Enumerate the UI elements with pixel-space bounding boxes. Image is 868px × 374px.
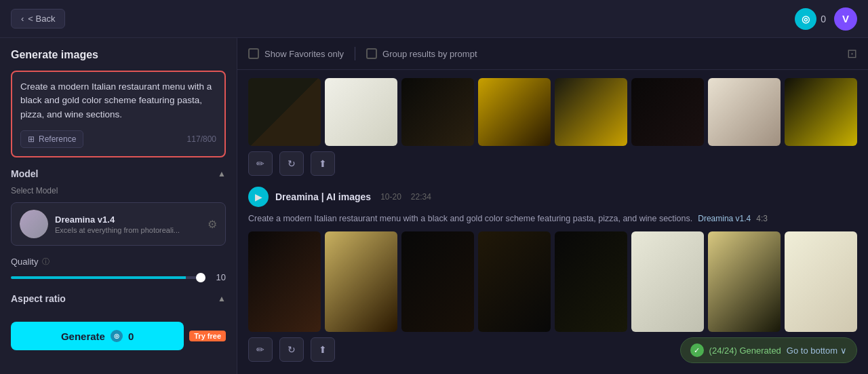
- action-row-1: ✏ ↻ ⬆: [248, 151, 857, 176]
- collapse-icon[interactable]: ▲: [218, 169, 226, 179]
- session-prompt-row: Create a modern Italian restaurant menu …: [248, 214, 857, 226]
- quality-value: 10: [212, 272, 226, 282]
- top-image-2[interactable]: [325, 78, 397, 146]
- aspect-label: Aspect ratio: [11, 293, 66, 304]
- refresh-icon-2: ↻: [288, 344, 296, 355]
- prompt-textarea[interactable]: Create a modern Italian restaurant menu …: [20, 80, 216, 121]
- model-name: Dreamina v1.4: [55, 214, 201, 225]
- char-count: 117/800: [187, 134, 216, 144]
- edit-button-1[interactable]: ✏: [248, 151, 273, 176]
- prompt-footer: ⊞ Reference 117/800: [20, 130, 216, 148]
- bottom-image-1[interactable]: [248, 231, 321, 332]
- model-info: Dreamina v1.4 Excels at everything from …: [55, 214, 201, 234]
- session-time: 22:34: [411, 192, 431, 202]
- back-button[interactable]: ‹ < Back: [11, 9, 65, 29]
- avatar[interactable]: V: [834, 7, 857, 31]
- session-date: 10-20: [380, 192, 401, 202]
- model-avatar: [20, 210, 48, 238]
- group-checkbox-row: Group results by prompt: [366, 48, 477, 59]
- info-icon: ⓘ: [42, 257, 50, 267]
- save-icon[interactable]: ⊡: [847, 46, 857, 61]
- top-image-6[interactable]: [631, 78, 704, 146]
- session-avatar: ▶: [248, 187, 269, 207]
- bottom-image-3[interactable]: [401, 231, 474, 332]
- model-avatar-img: [20, 210, 48, 238]
- top-image-8[interactable]: [785, 78, 857, 146]
- back-icon: ‹: [21, 14, 24, 24]
- model-desc: Excels at everything from photoreali...: [55, 226, 201, 234]
- content-area: Show Favorites only Group results by pro…: [237, 38, 868, 374]
- top-image-1[interactable]: [248, 78, 321, 146]
- session-name: Dreamina | AI images: [275, 191, 371, 202]
- reference-button[interactable]: ⊞ Reference: [20, 130, 83, 148]
- upload-icon-2: ⬆: [319, 344, 327, 355]
- bottom-image-5[interactable]: [555, 231, 627, 332]
- coin-area: ◎ 0: [795, 8, 826, 30]
- sidebar-title: Generate images: [11, 49, 226, 61]
- bottom-image-row: [248, 231, 857, 332]
- top-image-5[interactable]: [555, 78, 627, 146]
- status-count: (24/24) Generated: [709, 345, 781, 356]
- quality-label: Quality: [11, 257, 38, 267]
- quality-row: Quality ⓘ: [11, 257, 226, 267]
- prompt-box: Create a modern Italian restaurant menu …: [11, 71, 226, 157]
- go-to-bottom-button[interactable]: Go to bottom ∨: [787, 345, 847, 356]
- header-right: ◎ 0 V: [795, 7, 857, 31]
- bottom-image-2[interactable]: [325, 231, 397, 332]
- upload-button-2[interactable]: ⬆: [311, 337, 335, 362]
- status-bar: ✓ (24/24) Generated Go to bottom ∨: [680, 337, 857, 363]
- bottom-image-4[interactable]: [478, 231, 551, 332]
- group-label: Group results by prompt: [382, 49, 477, 59]
- refresh-button-1[interactable]: ↻: [279, 151, 304, 176]
- image-section: ✏ ↻ ⬆ ▶ Dreamina | AI images 10-20 22:34…: [237, 70, 868, 374]
- edit-icon-2: ✏: [256, 344, 264, 355]
- model-card[interactable]: Dreamina v1.4 Excels at everything from …: [11, 202, 226, 246]
- sidebar: Generate images Create a modern Italian …: [0, 38, 237, 374]
- chevron-down-icon: ∨: [840, 345, 847, 356]
- bottom-image-6[interactable]: [631, 231, 704, 332]
- top-image-7[interactable]: [708, 78, 781, 146]
- back-label: < Back: [28, 14, 55, 24]
- top-image-3[interactable]: [401, 78, 474, 146]
- generate-coin-count: 0: [128, 331, 134, 342]
- session-prompt: Create a modern Italian restaurant menu …: [248, 214, 692, 223]
- edit-icon: ✏: [256, 158, 264, 169]
- session-ratio: 4:3: [756, 214, 768, 223]
- refresh-icon: ↻: [288, 158, 296, 169]
- quality-slider[interactable]: [11, 276, 205, 279]
- topbar-divider: [355, 47, 355, 60]
- select-model-label: Select Model: [11, 186, 226, 195]
- quality-slider-row: 10: [11, 272, 226, 282]
- favorites-label: Show Favorites only: [264, 49, 344, 59]
- status-check-icon: ✓: [690, 343, 704, 357]
- generate-label: Generate: [61, 331, 105, 342]
- reference-icon: ⊞: [28, 134, 35, 144]
- favorites-checkbox[interactable]: [248, 48, 259, 59]
- bottom-image-7[interactable]: [708, 231, 781, 332]
- aspect-collapse-icon[interactable]: ▲: [218, 294, 226, 303]
- model-settings-icon[interactable]: ⚙: [208, 218, 217, 231]
- bottom-image-8[interactable]: [785, 231, 857, 332]
- reference-label: Reference: [39, 134, 76, 144]
- generate-coin-icon: ◎: [111, 330, 123, 342]
- main-layout: Generate images Create a modern Italian …: [0, 38, 868, 374]
- session-model: Dreamina v1.4: [698, 214, 751, 223]
- upload-button-1[interactable]: ⬆: [311, 151, 335, 176]
- top-image-4[interactable]: [478, 78, 551, 146]
- edit-button-2[interactable]: ✏: [248, 337, 273, 362]
- coin-icon: ◎: [795, 8, 816, 30]
- try-free-badge[interactable]: Try free: [189, 331, 226, 341]
- header: ‹ < Back ◎ 0 V: [0, 0, 868, 38]
- generate-button[interactable]: Generate ◎ 0: [11, 322, 184, 350]
- generate-btn-row: Generate ◎ 0 Try free: [11, 322, 226, 350]
- upload-icon: ⬆: [319, 158, 327, 169]
- model-section-header: Model ▲: [11, 168, 226, 179]
- refresh-button-2[interactable]: ↻: [279, 337, 304, 362]
- coin-count: 0: [821, 14, 826, 24]
- go-bottom-label: Go to bottom: [787, 345, 837, 356]
- group-checkbox[interactable]: [366, 48, 377, 59]
- aspect-section-header: Aspect ratio ▲: [11, 293, 226, 304]
- top-image-row: [248, 78, 857, 146]
- favorites-checkbox-row: Show Favorites only: [248, 48, 344, 59]
- content-topbar: Show Favorites only Group results by pro…: [237, 38, 868, 70]
